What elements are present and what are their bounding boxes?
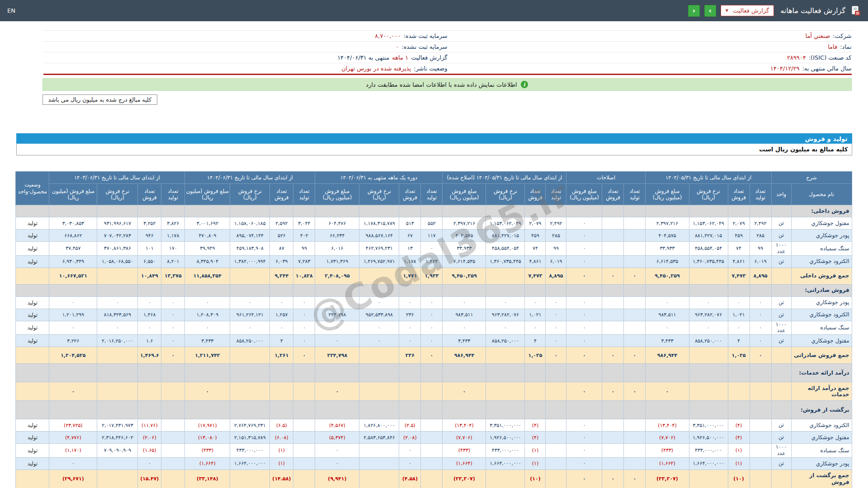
- value-cell: ۱,۰۵۸,۰۶۸,۵۵۰: [97, 255, 138, 267]
- value-cell: [421, 444, 443, 458]
- info-cell-right: کد صنعت (ISIC):۲۸۹۹۰۴: [448, 54, 852, 61]
- value-cell: ۰: [750, 335, 771, 347]
- value-cell: ۰: [566, 296, 602, 309]
- value-cell: [486, 469, 525, 488]
- value-cell: [486, 267, 525, 284]
- company-info: شرکت:صنعتي آماسرمایه ثبت شده:۸,۷۰۰,۰۰۰نم…: [43, 30, 852, 75]
- value-cell: [49, 284, 97, 296]
- value-cell: [602, 401, 624, 419]
- value-cell: ۱,۲۱۱,۷۴۲: [185, 347, 230, 364]
- value-cell: [728, 401, 750, 419]
- col-subheader: مبلغ فروش (میلیون ریال): [185, 184, 230, 205]
- value-cell: [689, 382, 728, 401]
- prev-report-button[interactable]: ‹: [688, 5, 700, 17]
- value-cell: (۶.۵): [270, 419, 293, 432]
- section-header-production-sales: تولید و فروش: [16, 133, 852, 144]
- value-cell: ۶,۰۳۹: [270, 255, 293, 267]
- value-cell: ۰: [525, 296, 546, 309]
- value-cell: [97, 284, 138, 296]
- value-cell: (۴۳۳): [185, 444, 230, 458]
- table-wrap: شرحاز ابتدای سال مالی تا تاریخ ۱۴۰۴/۰۵/۳…: [16, 171, 852, 488]
- value-cell: (۲.۰۶): [138, 432, 161, 444]
- col-subheader: مبلغ فروش (میلیون ریال): [315, 184, 359, 205]
- next-report-button[interactable]: ›: [704, 5, 716, 17]
- value-cell: ۰: [138, 457, 161, 469]
- value-cell: (۱): [270, 444, 293, 458]
- report-type-dropdown[interactable]: گزارش فعالیت ▼: [721, 5, 774, 16]
- value-cell: ۰: [161, 296, 185, 309]
- value-cell: ۰: [399, 296, 421, 309]
- value-cell: [230, 364, 270, 382]
- value-cell: ۰: [315, 444, 359, 458]
- value-cell: ۷۴: [525, 242, 546, 256]
- value-cell: (۱۰): [525, 469, 546, 488]
- value-cell: ۶,۶۱۴,۵۳۵: [646, 255, 689, 267]
- value-cell: ۶۰۴,۴۷۶: [315, 217, 359, 230]
- value-cell: [624, 309, 646, 321]
- value-cell: ۳,۰۳۰,۸۵۳: [49, 217, 97, 230]
- info-label: سرمایه ثبت شده:: [403, 33, 447, 39]
- unit-cell: [771, 267, 791, 284]
- value-cell: ۴۵۹: [525, 230, 546, 242]
- value-cell: [546, 432, 566, 444]
- total-row: جمع فروش داخلی۸,۸۹۵۷,۴۷۳۹,۴۵۰,۲۵۹۰۰۰۸,۸۹…: [16, 267, 852, 284]
- info-value: صنعتي آما: [805, 33, 830, 39]
- value-cell: [624, 432, 646, 444]
- value-cell: [421, 469, 443, 488]
- value-cell: ۱۳,۳۷۵: [161, 267, 185, 284]
- value-cell: [566, 364, 602, 382]
- value-cell: [602, 296, 624, 309]
- col-subheader: تعداد تولید: [293, 184, 315, 205]
- info-label: شرکت:: [833, 33, 851, 39]
- value-cell: [230, 284, 270, 296]
- value-cell: ۱,۴۶۸: [138, 309, 161, 321]
- section-row: برگشت از فروش:: [16, 401, 852, 419]
- col-header-sharh: شرح: [771, 172, 852, 184]
- value-cell: ۰: [566, 382, 602, 401]
- value-cell: ۷۴: [728, 242, 750, 256]
- col-header-status: وضعیتمحصول-واحد: [16, 172, 49, 205]
- product-name-cell: جمع برگشت از فروش: [791, 469, 852, 488]
- col-subheader: تعداد تولید: [421, 184, 443, 205]
- value-cell: ۷,۲۸۳: [293, 255, 315, 267]
- topbar: گزارش فعالیت ماهانه گزارش فعالیت ▼ › ‹ E…: [0, 0, 868, 21]
- value-cell: ۱,۰۲۱: [525, 309, 546, 321]
- value-cell: ۶,۶۱۴,۵۳۵: [443, 255, 486, 267]
- value-cell: [624, 444, 646, 458]
- value-cell: (۱,۱۷۰): [49, 444, 97, 458]
- status-cell: تولید: [16, 242, 49, 256]
- value-cell: ۰: [399, 321, 421, 335]
- value-cell: ۰: [602, 347, 624, 364]
- value-cell: ۱,۹۳۳: [421, 267, 443, 284]
- value-cell: ۸۵۸,۲۵۰,۰۰۰: [689, 335, 728, 347]
- unit-cell: تن: [771, 335, 791, 347]
- language-switch[interactable]: EN: [7, 7, 15, 14]
- value-cell: ۰: [566, 419, 602, 432]
- value-cell: ۲۳۶: [399, 309, 421, 321]
- value-cell: [399, 401, 421, 419]
- value-cell: [566, 205, 602, 217]
- product-name-cell: الکترود جوشکاري: [791, 309, 852, 321]
- value-cell: ۲۲۴,۷۹۸: [315, 347, 359, 364]
- value-cell: ۰: [161, 309, 185, 321]
- value-cell: ۸۹۵,۰۷۴,۱۴۴: [230, 230, 270, 242]
- value-cell: [161, 469, 185, 488]
- value-cell: ۰: [421, 309, 443, 321]
- table-row: الکترود جوشکاريتن(۴)۳,۳۵۱,۰۰۰,۰۰۰(۱۳,۴۰۴…: [16, 419, 852, 432]
- value-cell: ۰: [566, 309, 602, 321]
- value-cell: ۳,۰۴۴: [293, 217, 315, 230]
- value-cell: [750, 364, 771, 382]
- value-cell: [602, 255, 624, 267]
- value-cell: ۰: [315, 296, 359, 309]
- value-cell: ۳,۴۳۳: [443, 335, 486, 347]
- value-cell: ۴۵۸,۵۵۴,۰۵۴: [486, 242, 525, 256]
- value-cell: [602, 230, 624, 242]
- value-cell: [602, 205, 624, 217]
- value-cell: (۲۳,۷۲۵): [49, 419, 97, 432]
- value-cell: (۱۱.۷۶): [138, 419, 161, 432]
- col-group-header: اصلاحات: [566, 172, 646, 184]
- value-cell: [624, 364, 646, 382]
- value-cell: ۷,۴۷۳: [525, 267, 546, 284]
- value-cell: ۹۸۳,۵۱۱: [443, 309, 486, 321]
- value-cell: ۰: [138, 296, 161, 309]
